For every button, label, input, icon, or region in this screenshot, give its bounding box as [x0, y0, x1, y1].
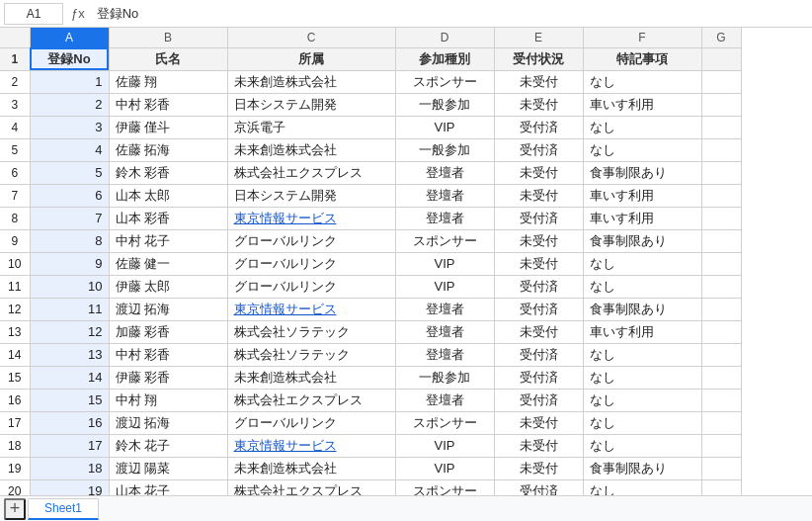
cell-a-8[interactable]: 7 [30, 207, 109, 229]
cell-e-12[interactable]: 受付済 [494, 298, 583, 320]
col-header-e[interactable]: E [494, 28, 583, 47]
cell-g-9[interactable] [701, 229, 741, 252]
cell-e-6[interactable]: 未受付 [494, 161, 583, 184]
cell-b-4[interactable]: 伊藤 僅斗 [109, 116, 227, 138]
cell-f1[interactable]: 特記事項 [583, 47, 701, 70]
cell-d-2[interactable]: スポンサー [395, 70, 494, 93]
cell-d-4[interactable]: VIP [395, 116, 494, 138]
cell-g-16[interactable] [701, 389, 741, 411]
cell-e-14[interactable]: 受付済 [494, 343, 583, 366]
cell-g-17[interactable] [701, 411, 741, 434]
cell-c-14[interactable]: 株式会社ソラテック [227, 343, 395, 366]
cell-d-12[interactable]: 登壇者 [395, 298, 494, 320]
cell-reference-input[interactable] [4, 3, 63, 25]
cell-c-8[interactable]: 東京情報サービス [227, 207, 395, 229]
cell-d-16[interactable]: 登壇者 [395, 389, 494, 411]
formula-input[interactable] [93, 3, 808, 25]
cell-b-16[interactable]: 中村 翔 [109, 389, 227, 411]
cell-b-10[interactable]: 佐藤 健一 [109, 252, 227, 275]
cell-a-12[interactable]: 11 [30, 298, 109, 320]
cell-c-2[interactable]: 未来創造株式会社 [227, 70, 395, 93]
cell-e-20[interactable]: 受付済 [494, 479, 583, 495]
cell-f-18[interactable]: なし [583, 434, 701, 457]
cell-g-20[interactable] [701, 479, 741, 495]
cell-f-8[interactable]: 車いす利用 [583, 207, 701, 229]
cell-f-7[interactable]: 車いす利用 [583, 184, 701, 207]
cell-b1[interactable]: 氏名 [109, 47, 227, 70]
cell-g-7[interactable] [701, 184, 741, 207]
cell-b-18[interactable]: 鈴木 花子 [109, 434, 227, 457]
cell-c-18[interactable]: 東京情報サービス [227, 434, 395, 457]
cell-b-20[interactable]: 山本 花子 [109, 479, 227, 495]
cell-a-15[interactable]: 14 [30, 366, 109, 389]
cell-e-16[interactable]: 受付済 [494, 389, 583, 411]
cell-a-18[interactable]: 17 [30, 434, 109, 457]
cell-d-13[interactable]: 登壇者 [395, 320, 494, 343]
cell-e-19[interactable]: 未受付 [494, 457, 583, 479]
cell-f-9[interactable]: 食事制限あり [583, 229, 701, 252]
col-header-f[interactable]: F [583, 28, 701, 47]
cell-e-9[interactable]: 未受付 [494, 229, 583, 252]
cell-c-9[interactable]: グローバルリンク [227, 229, 395, 252]
cell-a-19[interactable]: 18 [30, 457, 109, 479]
cell-f-14[interactable]: なし [583, 343, 701, 366]
cell-a-11[interactable]: 10 [30, 275, 109, 298]
cell-f-6[interactable]: 食事制限あり [583, 161, 701, 184]
cell-e-5[interactable]: 受付済 [494, 138, 583, 161]
cell-b-19[interactable]: 渡辺 陽菜 [109, 457, 227, 479]
cell-b-14[interactable]: 中村 彩香 [109, 343, 227, 366]
cell-a-16[interactable]: 15 [30, 389, 109, 411]
cell-g-4[interactable] [701, 116, 741, 138]
cell-c-11[interactable]: グローバルリンク [227, 275, 395, 298]
cell-g-18[interactable] [701, 434, 741, 457]
cell-g-13[interactable] [701, 320, 741, 343]
cell-d1[interactable]: 参加種別 [395, 47, 494, 70]
cell-f-2[interactable]: なし [583, 70, 701, 93]
cell-b-6[interactable]: 鈴木 彩香 [109, 161, 227, 184]
cell-d-19[interactable]: VIP [395, 457, 494, 479]
cell-c-12[interactable]: 東京情報サービス [227, 298, 395, 320]
cell-c-20[interactable]: 株式会社エクスプレス [227, 479, 395, 495]
cell-f-4[interactable]: なし [583, 116, 701, 138]
cell-e-10[interactable]: 未受付 [494, 252, 583, 275]
cell-b-12[interactable]: 渡辺 拓海 [109, 298, 227, 320]
cell-f-17[interactable]: なし [583, 411, 701, 434]
cell-g-8[interactable] [701, 207, 741, 229]
cell-c-16[interactable]: 株式会社エクスプレス [227, 389, 395, 411]
cell-a-9[interactable]: 8 [30, 229, 109, 252]
add-sheet-button[interactable]: + [4, 498, 26, 520]
cell-c-15[interactable]: 未来創造株式会社 [227, 366, 395, 389]
cell-b-3[interactable]: 中村 彩香 [109, 93, 227, 116]
cell-c1[interactable]: 所属 [227, 47, 395, 70]
cell-e-8[interactable]: 受付済 [494, 207, 583, 229]
cell-e-18[interactable]: 未受付 [494, 434, 583, 457]
cell-c-13[interactable]: 株式会社ソラテック [227, 320, 395, 343]
col-header-g[interactable]: G [701, 28, 741, 47]
col-header-c[interactable]: C [227, 28, 395, 47]
cell-g-10[interactable] [701, 252, 741, 275]
cell-c-7[interactable]: 日本システム開発 [227, 184, 395, 207]
cell-b-11[interactable]: 伊藤 太郎 [109, 275, 227, 298]
cell-e-7[interactable]: 未受付 [494, 184, 583, 207]
cell-g-19[interactable] [701, 457, 741, 479]
sheet-tab-sheet1[interactable]: Sheet1 [28, 498, 99, 520]
cell-a1[interactable]: 登録No [30, 47, 109, 70]
cell-c-19[interactable]: 未来創造株式会社 [227, 457, 395, 479]
cell-d-6[interactable]: 登壇者 [395, 161, 494, 184]
cell-b-9[interactable]: 中村 花子 [109, 229, 227, 252]
cell-c-5[interactable]: 未来創造株式会社 [227, 138, 395, 161]
cell-c-3[interactable]: 日本システム開発 [227, 93, 395, 116]
cell-b-2[interactable]: 佐藤 翔 [109, 70, 227, 93]
cell-a-17[interactable]: 16 [30, 411, 109, 434]
cell-b-7[interactable]: 山本 太郎 [109, 184, 227, 207]
cell-c-17[interactable]: グローバルリンク [227, 411, 395, 434]
cell-b-15[interactable]: 伊藤 彩香 [109, 366, 227, 389]
cell-g-3[interactable] [701, 93, 741, 116]
cell-d-7[interactable]: 登壇者 [395, 184, 494, 207]
cell-g-12[interactable] [701, 298, 741, 320]
cell-f-15[interactable]: なし [583, 366, 701, 389]
cell-d-14[interactable]: 登壇者 [395, 343, 494, 366]
cell-d-17[interactable]: スポンサー [395, 411, 494, 434]
cell-a-13[interactable]: 12 [30, 320, 109, 343]
cell-e1[interactable]: 受付状況 [494, 47, 583, 70]
